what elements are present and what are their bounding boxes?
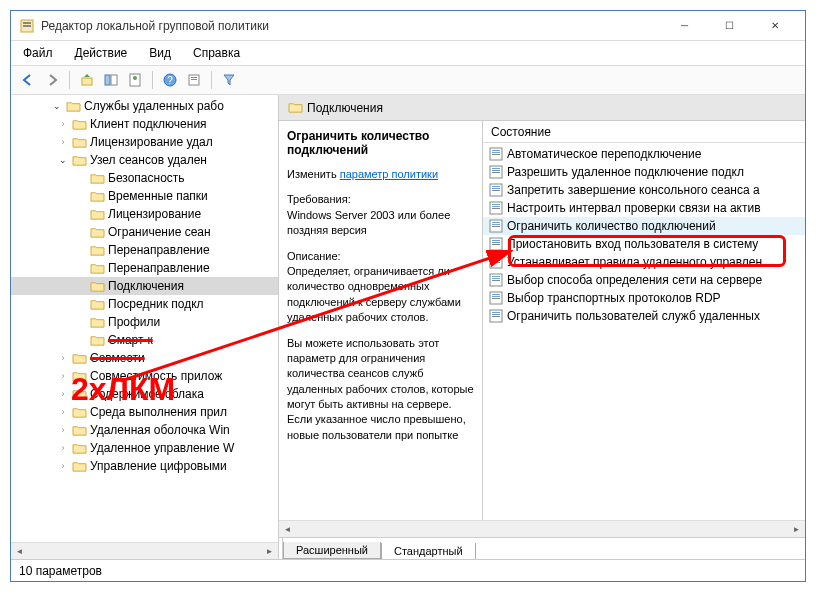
menu-view[interactable]: Вид [145, 44, 175, 62]
svg-rect-36 [492, 244, 500, 245]
tab-extended[interactable]: Расширенный [283, 542, 381, 559]
list-item[interactable]: Приостановить вход пользователя в систем… [483, 235, 805, 253]
list-item[interactable]: Автоматическое переподключение [483, 145, 805, 163]
desc-req-h: Требования: [287, 193, 351, 205]
export-button[interactable] [183, 69, 205, 91]
svg-rect-12 [191, 79, 197, 80]
maximize-button[interactable]: ☐ [707, 12, 752, 40]
tree-item[interactable]: Перенаправление [11, 259, 278, 277]
tree-item[interactable]: Безопасность [11, 169, 278, 187]
svg-rect-22 [492, 186, 500, 187]
tree-item[interactable]: Подключения [11, 277, 278, 295]
scroll-right-icon[interactable]: ► [788, 522, 805, 537]
desc-edit-link[interactable]: параметр политики [340, 168, 438, 180]
tree-item[interactable]: ›Совмести [11, 349, 278, 367]
svg-rect-43 [492, 278, 500, 279]
tree-pane: ⌄Службы удаленных рабо›Клиент подключени… [11, 95, 279, 559]
svg-rect-39 [492, 260, 500, 261]
list-item[interactable]: Устанавливает правила удаленного управле… [483, 253, 805, 271]
tree-item[interactable]: ›Совместимость прилож [11, 367, 278, 385]
scroll-left-icon[interactable]: ◄ [279, 522, 296, 537]
tree-item[interactable]: ⌄Узел сеансов удален [11, 151, 278, 169]
svg-rect-35 [492, 242, 500, 243]
tree-item[interactable]: ›Управление цифровыми [11, 457, 278, 475]
svg-rect-14 [492, 150, 500, 151]
tree-item[interactable]: Ограничение сеан [11, 223, 278, 241]
show-hide-button[interactable] [100, 69, 122, 91]
tree-item[interactable]: ›Клиент подключения [11, 115, 278, 133]
back-button[interactable] [17, 69, 39, 91]
tree-item[interactable]: Перенаправление [11, 241, 278, 259]
list-pane: Состояние Автоматическое переподключение… [483, 121, 805, 520]
list-item[interactable]: Ограничить количество подключений [483, 217, 805, 235]
tabs: Расширенный Стандартный [279, 537, 805, 559]
svg-rect-3 [82, 78, 92, 85]
svg-rect-1 [23, 22, 31, 24]
list-item[interactable]: Выбор транспортных протоколов RDP [483, 289, 805, 307]
tree-item[interactable]: ›Удаленное управление W [11, 439, 278, 457]
svg-rect-51 [492, 314, 500, 315]
svg-rect-16 [492, 154, 500, 155]
right-header-title: Подключения [307, 101, 383, 115]
tab-standard[interactable]: Стандартный [381, 543, 476, 559]
list-item[interactable]: Запретить завершение консольного сеанса … [483, 181, 805, 199]
tree-item[interactable]: ›Среда выполнения прил [11, 403, 278, 421]
menu-action[interactable]: Действие [71, 44, 132, 62]
help-button[interactable]: ? [159, 69, 181, 91]
close-button[interactable]: ✕ [752, 12, 797, 40]
svg-rect-18 [492, 168, 500, 169]
svg-rect-42 [492, 276, 500, 277]
up-button[interactable] [76, 69, 98, 91]
svg-rect-28 [492, 208, 500, 209]
scroll-right-icon[interactable]: ► [261, 544, 278, 559]
svg-point-7 [133, 76, 137, 80]
right-hscroll[interactable]: ◄ ► [279, 520, 805, 537]
svg-rect-11 [191, 77, 197, 78]
svg-rect-38 [492, 258, 500, 259]
svg-rect-31 [492, 224, 500, 225]
folder-icon [288, 101, 303, 114]
svg-rect-27 [492, 206, 500, 207]
tree-item[interactable]: Профили [11, 313, 278, 331]
tree-item[interactable]: ›Удаленная оболочка Win [11, 421, 278, 439]
scroll-left-icon[interactable]: ◄ [11, 544, 28, 559]
svg-rect-44 [492, 280, 500, 281]
list-item[interactable]: Ограничить пользователей служб удаленных [483, 307, 805, 325]
svg-rect-48 [492, 298, 500, 299]
svg-rect-50 [492, 312, 500, 313]
list-item[interactable]: Разрешить удаленное подключение подкл [483, 163, 805, 181]
svg-rect-32 [492, 226, 500, 227]
tree-item[interactable]: ⌄Службы удаленных рабо [11, 97, 278, 115]
svg-rect-23 [492, 188, 500, 189]
tree-item[interactable]: Лицензирование [11, 205, 278, 223]
desc-title: Ограничить количество подключений [287, 129, 474, 157]
filter-button[interactable] [218, 69, 240, 91]
svg-rect-2 [23, 25, 31, 27]
tree-item[interactable]: Посредник подкл [11, 295, 278, 313]
menu-file[interactable]: Файл [19, 44, 57, 62]
properties-button[interactable] [124, 69, 146, 91]
forward-button[interactable] [41, 69, 63, 91]
toolbar: ? [11, 65, 805, 95]
list-column-header[interactable]: Состояние [483, 121, 805, 143]
titlebar: Редактор локальной групповой политики ─ … [11, 11, 805, 41]
minimize-button[interactable]: ─ [662, 12, 707, 40]
svg-rect-46 [492, 294, 500, 295]
svg-rect-24 [492, 190, 500, 191]
tree-item[interactable]: Временные папки [11, 187, 278, 205]
desc-desc-h: Описание: [287, 250, 341, 262]
tree-hscroll[interactable]: ◄ ► [11, 542, 278, 559]
desc-req-t: Windows Server 2003 или более поздняя ве… [287, 209, 450, 236]
svg-rect-19 [492, 170, 500, 171]
right-pane: Подключения Ограничить количество подклю… [279, 95, 805, 559]
list-item[interactable]: Настроить интервал проверки связи на акт… [483, 199, 805, 217]
tree-item[interactable]: Смарт-к [11, 331, 278, 349]
app-window: Редактор локальной групповой политики ─ … [10, 10, 806, 582]
description-pane: Ограничить количество подключений Измени… [279, 121, 483, 520]
tree-item[interactable]: ›Лицензирование удал [11, 133, 278, 151]
svg-text:?: ? [167, 75, 173, 86]
list-item[interactable]: Выбор способа определения сети на сервер… [483, 271, 805, 289]
tree-item[interactable]: ›Содержимое облака [11, 385, 278, 403]
svg-rect-34 [492, 240, 500, 241]
menu-help[interactable]: Справка [189, 44, 244, 62]
